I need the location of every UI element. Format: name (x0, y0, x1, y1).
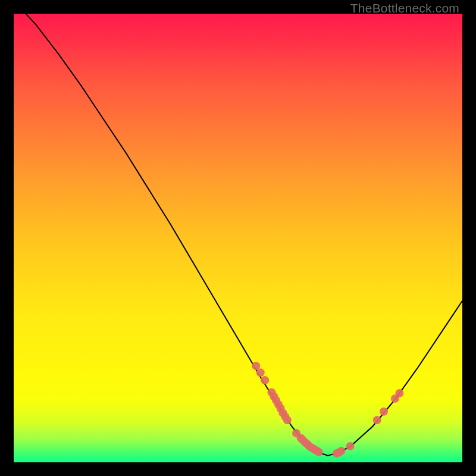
chart-area (14, 14, 462, 462)
scatter-points (252, 362, 403, 458)
bottleneck-curve (14, 14, 462, 456)
data-point (373, 416, 381, 424)
data-point (261, 376, 269, 384)
data-point (256, 368, 265, 377)
data-point (395, 389, 403, 397)
data-point (337, 447, 345, 455)
data-point (283, 416, 292, 424)
data-point (315, 448, 323, 456)
data-point (380, 408, 388, 416)
data-point (346, 442, 355, 450)
watermark-text: TheBottleneck.com (350, 1, 459, 15)
bottleneck-plot (14, 14, 462, 462)
